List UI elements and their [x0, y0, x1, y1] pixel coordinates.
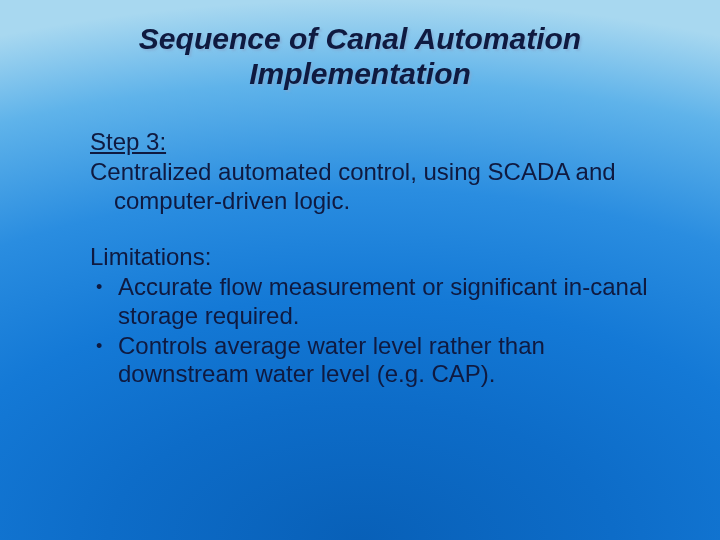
limitations-list: Accurate flow measurement or significant… — [90, 273, 660, 388]
list-item-text: Accurate flow measurement or significant… — [118, 273, 648, 328]
limitations-label: Limitations: — [90, 243, 660, 271]
slide-body: Step 3: Centralized automated control, u… — [90, 128, 660, 391]
list-item-text: Controls average water level rather than… — [118, 332, 545, 387]
list-item: Accurate flow measurement or significant… — [90, 273, 660, 330]
step-description-text: Centralized automated control, using SCA… — [90, 158, 660, 215]
slide: Sequence of Canal Automation Implementat… — [0, 0, 720, 540]
step-label: Step 3: — [90, 128, 660, 156]
slide-title: Sequence of Canal Automation Implementat… — [0, 22, 720, 91]
list-item: Controls average water level rather than… — [90, 332, 660, 389]
step-description: Centralized automated control, using SCA… — [90, 158, 660, 215]
